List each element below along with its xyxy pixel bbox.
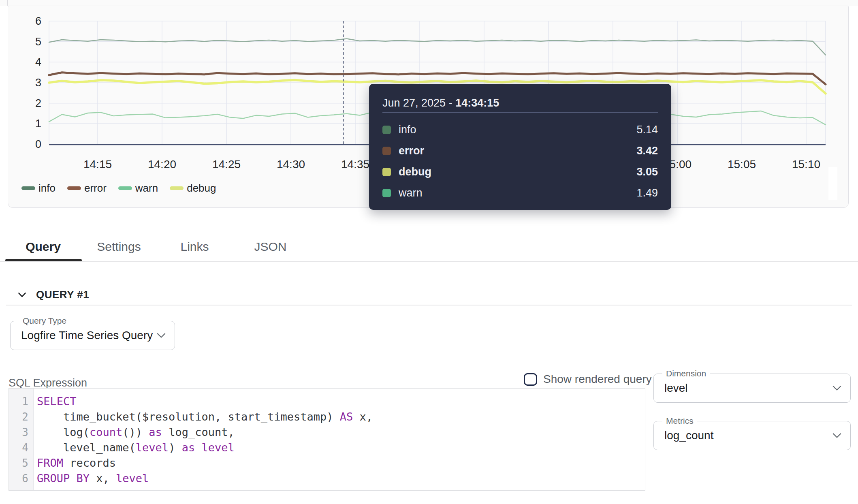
svg-text:14:35: 14:35 bbox=[341, 158, 369, 171]
line-number: 1 bbox=[9, 394, 28, 409]
legend-label: info bbox=[38, 183, 55, 193]
line-number: 3 bbox=[9, 425, 28, 440]
series-swatch bbox=[382, 168, 391, 176]
series-value: 1.49 bbox=[636, 187, 658, 199]
legend-label: warn bbox=[135, 183, 158, 193]
legend-label: error bbox=[84, 183, 107, 193]
chevron-down-icon bbox=[157, 333, 166, 338]
code-line: log(count()) as log_count, bbox=[37, 425, 373, 440]
tooltip-time: 14:34:15 bbox=[455, 97, 499, 109]
chart-legend: info error warn debug bbox=[21, 183, 216, 193]
line-number: 2 bbox=[9, 409, 28, 425]
dimension-select[interactable]: Dimension level bbox=[653, 374, 851, 403]
svg-text:14:20: 14:20 bbox=[148, 158, 176, 171]
tab-settings[interactable]: Settings bbox=[81, 234, 157, 259]
svg-text:14:30: 14:30 bbox=[277, 158, 305, 171]
scrollbar-thumb[interactable] bbox=[828, 167, 837, 200]
svg-text:2: 2 bbox=[35, 97, 41, 109]
line-number-gutter: 123456 bbox=[9, 389, 34, 490]
svg-text:6: 6 bbox=[35, 15, 41, 27]
tooltip-row-error: error 3.42 bbox=[382, 140, 658, 161]
dimension-value: level bbox=[664, 374, 688, 402]
sql-code-editor[interactable]: 123456 SELECT time_bucket($resolution, s… bbox=[9, 388, 645, 491]
query-section-title: QUERY #1 bbox=[36, 288, 89, 301]
top-strip bbox=[0, 0, 858, 6]
query-section-divider bbox=[6, 305, 852, 305]
legend-item-info[interactable]: info bbox=[21, 183, 55, 193]
code-line: FROM records bbox=[37, 455, 373, 471]
query-type-select[interactable]: Query Type Logfire Time Series Query bbox=[10, 321, 175, 350]
page: 654321014:1514:2014:2514:3014:3514:4014:… bbox=[0, 0, 858, 504]
line-number: 6 bbox=[9, 471, 28, 486]
tab-query[interactable]: Query bbox=[5, 234, 81, 259]
tab-bar: QuerySettingsLinksJSON bbox=[5, 234, 308, 259]
svg-text:1: 1 bbox=[35, 117, 41, 130]
checkbox[interactable] bbox=[524, 373, 537, 386]
tooltip-row-info: info 5.14 bbox=[382, 119, 658, 140]
line-number: 4 bbox=[9, 440, 28, 455]
series-label: error bbox=[399, 145, 424, 157]
metrics-value: log_count bbox=[664, 421, 713, 450]
chevron-down-icon bbox=[18, 293, 26, 297]
svg-text:4: 4 bbox=[35, 56, 41, 68]
tab-links[interactable]: Links bbox=[157, 234, 233, 259]
svg-text:0: 0 bbox=[35, 138, 41, 150]
legend-swatch bbox=[170, 186, 184, 190]
legend-swatch bbox=[67, 186, 81, 190]
metrics-select[interactable]: Metrics log_count bbox=[653, 421, 851, 450]
active-tab-underline bbox=[5, 259, 82, 261]
chevron-down-icon bbox=[832, 386, 841, 391]
tab-bar-divider bbox=[0, 261, 858, 262]
svg-text:14:15: 14:15 bbox=[83, 158, 112, 171]
query-section-header[interactable]: QUERY #1 bbox=[18, 288, 89, 301]
svg-text:14:25: 14:25 bbox=[212, 158, 241, 171]
legend-swatch bbox=[21, 186, 35, 190]
svg-text:15:10: 15:10 bbox=[792, 158, 820, 171]
code-line: SELECT bbox=[37, 394, 373, 409]
panel-edge-remnant bbox=[7, 0, 8, 6]
legend-item-warn[interactable]: warn bbox=[118, 183, 158, 193]
series-value: 3.05 bbox=[636, 166, 658, 178]
tab-json[interactable]: JSON bbox=[233, 234, 308, 259]
series-swatch bbox=[382, 189, 391, 197]
code-line: GROUP BY x, level bbox=[37, 471, 373, 486]
show-rendered-query-toggle[interactable]: Show rendered query bbox=[524, 373, 652, 386]
chevron-down-icon bbox=[832, 433, 841, 438]
tooltip-rows: info 5.14 error 3.42 debug 3.05 warn 1.4… bbox=[382, 119, 658, 203]
tooltip-timestamp: Jun 27, 2025 - 14:34:15 bbox=[382, 97, 499, 109]
sql-code[interactable]: SELECT time_bucket($resolution, start_ti… bbox=[34, 389, 373, 490]
legend-label: debug bbox=[187, 183, 216, 193]
series-label: warn bbox=[399, 187, 423, 199]
legend-item-error[interactable]: error bbox=[67, 183, 107, 193]
series-label: debug bbox=[399, 166, 431, 178]
svg-text:15:05: 15:05 bbox=[728, 158, 756, 171]
query-type-value: Logfire Time Series Query bbox=[21, 321, 153, 350]
chart-tooltip: Jun 27, 2025 - 14:34:15 info 5.14 error … bbox=[369, 84, 671, 210]
tooltip-row-debug: debug 3.05 bbox=[382, 161, 658, 182]
series-label: info bbox=[399, 124, 416, 136]
code-line: level_name(level) as level bbox=[37, 440, 373, 455]
series-swatch bbox=[382, 126, 391, 134]
series-value: 5.14 bbox=[636, 124, 658, 136]
legend-item-debug[interactable]: debug bbox=[170, 183, 216, 193]
line-number: 5 bbox=[9, 455, 28, 471]
sql-expression-label: SQL Expression bbox=[9, 377, 87, 389]
tooltip-row-warn: warn 1.49 bbox=[382, 182, 658, 203]
legend-swatch bbox=[118, 186, 132, 190]
series-swatch bbox=[382, 147, 391, 155]
tooltip-divider bbox=[382, 112, 658, 113]
svg-text:5: 5 bbox=[35, 36, 41, 48]
checkbox-label: Show rendered query bbox=[543, 373, 652, 386]
code-line: time_bucket($resolution, start_timestamp… bbox=[37, 409, 373, 425]
svg-text:3: 3 bbox=[35, 77, 41, 89]
series-value: 3.42 bbox=[636, 145, 658, 157]
tooltip-date: Jun 27, 2025 - bbox=[382, 97, 452, 109]
